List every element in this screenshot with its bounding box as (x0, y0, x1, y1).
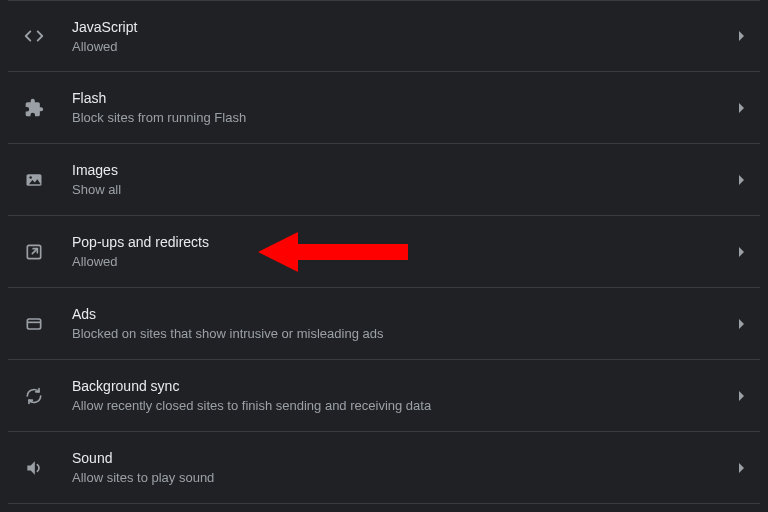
setting-subtitle: Block sites from running Flash (72, 110, 731, 125)
setting-texts: JavaScript Allowed (72, 19, 731, 54)
window-icon (20, 310, 48, 338)
svg-rect-6 (27, 319, 40, 329)
setting-row-ads[interactable]: Ads Blocked on sites that show intrusive… (8, 288, 760, 360)
setting-row-flash[interactable]: Flash Block sites from running Flash (8, 72, 760, 144)
setting-row-images[interactable]: Images Show all (8, 144, 760, 216)
setting-subtitle: Show all (72, 182, 731, 197)
setting-title: Images (72, 162, 731, 178)
popup-icon (20, 238, 48, 266)
image-icon (20, 166, 48, 194)
setting-title: Flash (72, 90, 731, 106)
setting-row-javascript[interactable]: JavaScript Allowed (8, 0, 760, 72)
svg-point-2 (29, 176, 32, 179)
setting-title: Ads (72, 306, 731, 322)
setting-texts: Images Show all (72, 162, 731, 197)
setting-subtitle: Allow sites to play sound (72, 470, 731, 485)
puzzle-icon (20, 94, 48, 122)
chevron-right-icon (739, 31, 744, 41)
setting-subtitle: Allowed (72, 254, 731, 269)
setting-title: Background sync (72, 378, 731, 394)
setting-texts: Pop-ups and redirects Allowed (72, 234, 731, 269)
settings-list: JavaScript Allowed Flash Block sites fro… (8, 0, 760, 504)
sound-icon (20, 454, 48, 482)
setting-subtitle: Blocked on sites that show intrusive or … (72, 326, 731, 341)
setting-row-sound[interactable]: Sound Allow sites to play sound (8, 432, 760, 504)
setting-texts: Background sync Allow recently closed si… (72, 378, 731, 413)
setting-subtitle: Allowed (72, 39, 731, 54)
chevron-right-icon (739, 103, 744, 113)
sync-icon (20, 382, 48, 410)
setting-row-background-sync[interactable]: Background sync Allow recently closed si… (8, 360, 760, 432)
setting-texts: Ads Blocked on sites that show intrusive… (72, 306, 731, 341)
setting-subtitle: Allow recently closed sites to finish se… (72, 398, 731, 413)
chevron-right-icon (739, 247, 744, 257)
setting-row-popups[interactable]: Pop-ups and redirects Allowed (8, 216, 760, 288)
setting-title: Sound (72, 450, 731, 466)
setting-title: JavaScript (72, 19, 731, 35)
setting-texts: Flash Block sites from running Flash (72, 90, 731, 125)
code-icon (20, 22, 48, 50)
chevron-right-icon (739, 175, 744, 185)
chevron-right-icon (739, 319, 744, 329)
setting-title: Pop-ups and redirects (72, 234, 731, 250)
chevron-right-icon (739, 391, 744, 401)
setting-texts: Sound Allow sites to play sound (72, 450, 731, 485)
chevron-right-icon (739, 463, 744, 473)
